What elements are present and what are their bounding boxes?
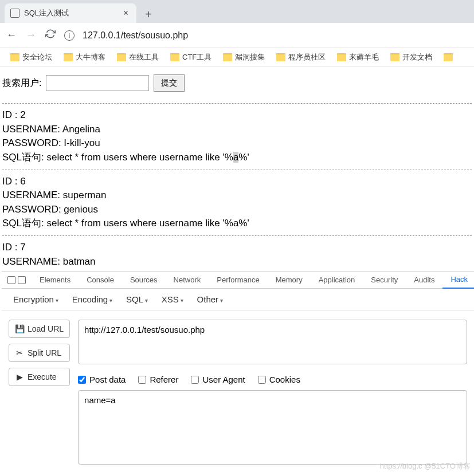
search-input[interactable]	[46, 75, 149, 91]
devtools-tabs: Elements Console Sources Network Perform…	[2, 272, 474, 289]
load-url-button[interactable]: 💾Load URL	[9, 320, 70, 338]
record-username: USERNAME: superman	[2, 188, 472, 203]
submit-button[interactable]	[154, 74, 185, 92]
tab-application[interactable]: Application	[311, 272, 363, 289]
result-record: ID : 2 USERNAME: Angelina PASSWORD: I-ki…	[2, 108, 472, 165]
address-bar: ← → i 127.0.0.1/test/sousuo.php	[0, 23, 474, 48]
folder-icon	[223, 53, 232, 61]
tab-memory[interactable]: Memory	[268, 272, 311, 289]
reload-button[interactable]	[45, 29, 56, 42]
bookmarks-bar: 安全论坛 大牛博客 在线工具 CTF工具 漏洞搜集 程序员社区 来薅羊毛 开发文…	[0, 48, 474, 66]
hackbar-actions: 💾Load URL ✂Split URL ▶Execute	[9, 320, 70, 467]
inspect-icon[interactable]	[7, 276, 15, 284]
menu-sql[interactable]: SQL	[126, 294, 148, 304]
record-username: USERNAME: batman	[2, 255, 472, 269]
result-record: ID : 7 USERNAME: batman	[2, 241, 472, 269]
bookmark-item[interactable]: CTF工具	[170, 52, 211, 62]
record-sql: SQL语句: select * from users where usernam…	[2, 151, 472, 165]
bookmark-item[interactable]: 来薅羊毛	[337, 52, 379, 62]
highlighted-text: a	[233, 152, 238, 163]
hackbar-input-area: Post data Referer User Agent Cookies	[78, 320, 467, 467]
post-data-textarea[interactable]	[78, 390, 467, 465]
back-button[interactable]: ←	[6, 29, 17, 41]
page-content: 搜索用户: ID : 2 USERNAME: Angelina PASSWORD…	[0, 66, 474, 276]
tab-console[interactable]: Console	[79, 272, 122, 289]
menu-other[interactable]: Other	[197, 294, 223, 304]
menu-xss[interactable]: XSS	[162, 294, 183, 304]
user-agent-checkbox[interactable]: User Agent	[191, 375, 245, 384]
devtools-toggle-area	[2, 276, 32, 284]
bookmark-item[interactable]: 安全论坛	[10, 52, 52, 62]
execute-button[interactable]: ▶Execute	[9, 368, 70, 386]
disk-icon: 💾	[15, 325, 24, 333]
folder-icon	[64, 53, 73, 61]
record-password: PASSWORD: genious	[2, 203, 472, 217]
scissors-icon: ✂	[15, 349, 24, 357]
hackbar-options: Post data Referer User Agent Cookies	[78, 375, 467, 384]
cookies-checkbox[interactable]: Cookies	[258, 375, 300, 384]
close-icon[interactable]: ×	[121, 8, 131, 18]
bookmark-item[interactable]: 在线工具	[117, 52, 159, 62]
device-icon[interactable]	[18, 276, 26, 284]
record-password: PASSWORD: I-kill-you	[2, 136, 472, 151]
folder-icon	[390, 53, 399, 61]
record-sql: SQL语句: select * from users where usernam…	[2, 217, 472, 231]
record-id: ID : 2	[2, 108, 472, 123]
tab-elements[interactable]: Elements	[32, 272, 79, 289]
divider	[2, 103, 472, 104]
site-info-icon[interactable]: i	[64, 30, 75, 41]
menu-encoding[interactable]: Encoding	[72, 294, 112, 304]
bookmark-item[interactable]: 开发文档	[390, 52, 432, 62]
url-text[interactable]: 127.0.0.1/test/sousuo.php	[83, 30, 188, 41]
split-url-button[interactable]: ✂Split URL	[9, 344, 70, 362]
search-label: 搜索用户:	[2, 77, 41, 89]
tab-network[interactable]: Network	[166, 272, 209, 289]
folder-icon	[117, 53, 126, 61]
folder-icon[interactable]	[444, 53, 453, 61]
record-id: ID : 7	[2, 241, 472, 255]
bookmark-item[interactable]: 漏洞搜集	[223, 52, 265, 62]
url-textarea[interactable]	[78, 320, 467, 364]
tab-hackbar[interactable]: Hack	[442, 272, 474, 289]
bookmark-item[interactable]: 大牛博客	[64, 52, 105, 62]
new-tab-button[interactable]: +	[140, 6, 157, 23]
menu-encryption[interactable]: Encryption	[13, 294, 58, 304]
devtools-panel: Elements Console Sources Network Perform…	[2, 271, 474, 476]
divider	[2, 235, 472, 236]
tab-performance[interactable]: Performance	[209, 272, 267, 289]
folder-icon	[170, 53, 179, 61]
divider	[2, 170, 472, 170]
forward-button[interactable]: →	[25, 29, 37, 41]
tab-sources[interactable]: Sources	[122, 272, 166, 289]
post-data-checkbox[interactable]: Post data	[78, 375, 126, 384]
watermark-text: https://blog.c @51CTO博客	[380, 461, 471, 471]
tab-title: SQL注入测试	[24, 8, 116, 18]
tab-audits[interactable]: Audits	[406, 272, 442, 289]
folder-icon	[337, 53, 346, 61]
play-icon: ▶	[15, 373, 24, 381]
folder-icon	[276, 53, 285, 61]
folder-icon	[10, 53, 19, 61]
record-username: USERNAME: Angelina	[2, 123, 472, 137]
hackbar-body: 💾Load URL ✂Split URL ▶Execute Post data …	[2, 310, 474, 476]
result-record: ID : 6 USERNAME: superman PASSWORD: geni…	[2, 175, 472, 231]
browser-tab-bar: SQL注入测试 × +	[0, 0, 474, 23]
bookmark-item[interactable]: 程序员社区	[276, 52, 326, 62]
browser-tab[interactable]: SQL注入测试 ×	[5, 3, 136, 23]
search-form: 搜索用户:	[2, 74, 472, 92]
tab-security[interactable]: Security	[363, 272, 406, 289]
page-icon	[10, 9, 19, 18]
record-id: ID : 6	[2, 175, 472, 189]
referer-checkbox[interactable]: Referer	[138, 375, 178, 384]
hackbar-menu-bar: Encryption Encoding SQL XSS Other	[2, 289, 474, 310]
